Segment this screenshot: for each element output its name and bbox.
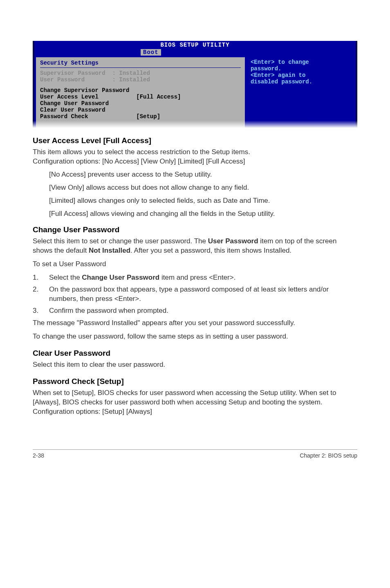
step-3: 3. Confirm the password when prompted. (33, 306, 357, 316)
paragraph: To set a User Password (33, 260, 357, 269)
help-line: <Enter> to change (251, 59, 352, 65)
heading-user-access-level: User Access Level [Full Access] (33, 136, 357, 145)
step-2: 2. On the password box that appears, typ… (33, 285, 357, 304)
paragraph: Select this item to set or change the us… (33, 237, 357, 256)
paragraph: Select this item to clear the user passw… (33, 360, 357, 370)
heading-password-check: Password Check [Setup] (33, 377, 357, 386)
paragraph: When set to [Setup], BIOS checks for use… (33, 388, 357, 417)
page-footer: 2-38 Chapter 2: BIOS setup (33, 449, 357, 459)
help-line: <Enter> again to (251, 72, 352, 79)
menu-clear-user-password[interactable]: Clear User Password (40, 107, 241, 113)
menu-user-access-level[interactable]: User Access Level [Full Access] (40, 94, 241, 100)
option-no-access: [No Access] prevents user access to the … (49, 171, 357, 179)
heading-change-user-password: Change User Password (33, 225, 357, 234)
bios-section-heading: Security Settings (40, 60, 241, 66)
help-line: disabled password. (251, 79, 352, 85)
paragraph: This item allows you to select the acces… (33, 148, 357, 166)
step-1: 1. Select the Change User Password item … (33, 273, 357, 283)
bios-title: BIOS SETUP UTILITY (160, 42, 229, 48)
bios-left-panel: Security Settings Supervisor Password : … (36, 57, 245, 128)
option-full-access: [Full Access] allows viewing and changin… (49, 210, 357, 218)
page-number: 2-38 (33, 452, 44, 459)
bios-help-panel: <Enter> to change password. <Enter> agai… (247, 56, 356, 128)
menu-password-check[interactable]: Password Check [Setup] (40, 113, 241, 120)
user-password-status: User Password : Installed (40, 76, 241, 83)
paragraph: To change the user password, follow the … (33, 332, 357, 341)
bios-tab-boot[interactable]: Boot (141, 49, 161, 56)
option-limited: [Limited] allows changes only to selecte… (49, 197, 357, 205)
supervisor-password-status: Supervisor Password : Installed (40, 70, 241, 76)
option-descriptions: [No Access] prevents user access to the … (49, 171, 357, 218)
heading-clear-user-password: Clear User Password (33, 349, 357, 358)
help-line: password. (251, 65, 352, 72)
steps-list: 1. Select the Change User Password item … (33, 273, 357, 316)
chapter-label: Chapter 2: BIOS setup (300, 452, 357, 459)
menu-change-user-password[interactable]: Change User Password (40, 100, 241, 107)
bios-screenshot: BIOS SETUP UTILITY Boot Security Setting… (33, 41, 357, 128)
option-view-only: [View Only] allows access but does not a… (49, 184, 357, 192)
menu-change-supervisor-password[interactable]: Change Supervisor Password (40, 87, 241, 94)
paragraph: The message "Password Installed" appears… (33, 319, 357, 328)
